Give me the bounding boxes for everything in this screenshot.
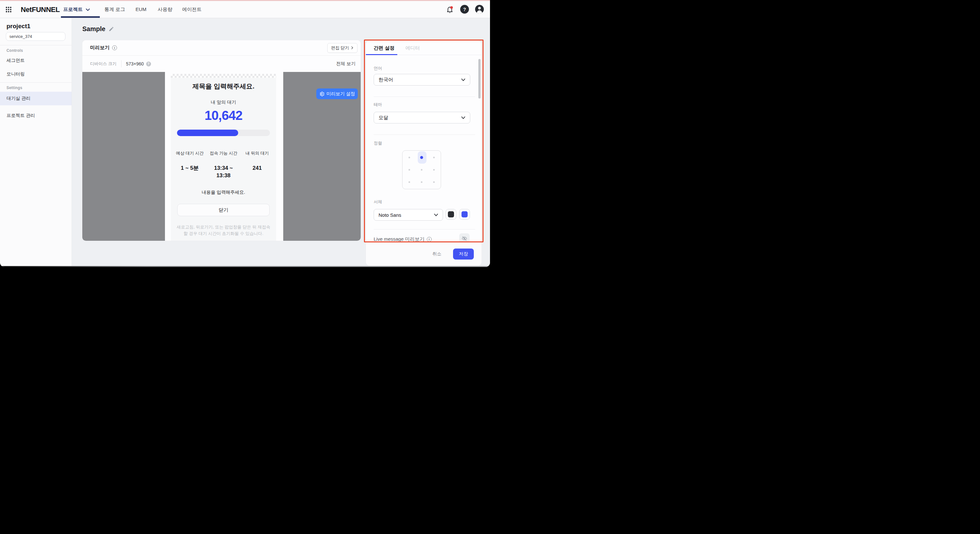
modal-close-button[interactable]: 닫기 [177,204,270,216]
top-navigation-bar: NetFUNNEL 프로젝트 통계 로그 EUM 사용량 에이전트 ? [0,1,490,18]
stat-estimated-wait: 예상 대기 시간 1 ~ 5분 [173,150,207,179]
theme-select[interactable]: 모달 [374,112,470,124]
chevron-down-icon [461,116,465,119]
sidebar: project1 service_374 Controls 세그먼트 모니터링 … [0,18,72,267]
font-label: 서체 [374,199,382,205]
queue-progress-bar [177,130,270,136]
align-dot-top-right[interactable] [433,157,434,159]
sidebar-item-segment[interactable]: 세그먼트 [0,54,72,67]
preview-title: 미리보기 [90,45,110,51]
device-backdrop-left [82,72,165,241]
align-dot-top-left[interactable] [409,157,410,159]
stat-queue-behind: 내 뒤의 대기 241 [240,150,274,179]
active-tab-underline [366,54,397,55]
live-message-label: Live message 미리보기 i [374,236,432,242]
nav-tab-projects[interactable]: 프로젝트 [63,6,90,13]
notification-dot [450,6,453,9]
alignment-picker[interactable] [402,150,441,189]
help-icon[interactable]: ? [460,5,469,14]
align-dot-top-center-selected[interactable] [420,156,423,159]
nav-tab-statistics-log[interactable]: 통계 로그 [104,6,125,13]
quick-settings-panel: 간편 설정 에디터 언어 한국어 테마 모달 정렬 [366,41,482,266]
panel-scrollbar[interactable] [478,59,480,99]
settings-tabs: 간편 설정 에디터 [366,41,482,55]
align-label: 정렬 [374,140,382,146]
tab-quick-settings[interactable]: 간편 설정 [374,45,395,51]
chevron-down-icon [434,213,438,216]
sidebar-section-settings: Settings [6,86,22,90]
align-dot-middle-left[interactable] [409,169,410,171]
gear-icon [319,91,325,97]
language-label: 언어 [374,65,382,71]
account-avatar-icon[interactable] [475,5,484,14]
preview-settings-button[interactable]: 미리보기 설정 [316,89,358,99]
waiting-room-modal: 제목을 입력해주세요. 내 앞의 대기 10,642 예상 대기 시간 1 ~ … [171,78,276,241]
info-icon[interactable]: i [112,45,117,50]
screen-top-strip [0,0,490,1]
font-select[interactable]: Noto Sans [374,209,443,221]
modal-body-text: 내용을 입력해주세요. [171,189,276,195]
device-size-label: 디바이스 크기 [90,61,117,67]
transparency-checker-strip [171,74,276,78]
modal-title: 제목을 입력해주세요. [171,82,276,91]
project-name: project1 [6,23,30,30]
section-divider [374,229,475,229]
window-bottom-edge [0,266,490,267]
queue-ahead-label: 내 앞의 대기 [171,100,276,105]
app-grid-icon[interactable] [6,7,11,12]
edit-pencil-icon[interactable] [108,26,114,32]
save-button[interactable]: 저장 [453,248,474,259]
align-dot-bottom-left[interactable] [409,181,410,183]
section-divider [374,97,475,97]
app-window: NetFUNNEL 프로젝트 통계 로그 EUM 사용량 에이전트 ? [0,0,490,267]
tab-editor[interactable]: 에디터 [406,45,420,51]
question-help-icon[interactable]: ? [146,62,151,67]
notification-bell-icon[interactable] [445,5,454,14]
chevron-down-icon [461,78,465,81]
preview-card: 미리보기 i 편집 닫기 디바이스 크기 573×960 ? 전체 보기 [82,40,361,241]
stat-access-time: 접속 가능 시간 13:34 ~ 13:38 [207,150,240,179]
active-tab-underline [61,16,100,18]
nav-tab-agent[interactable]: 에이전트 [182,6,202,13]
sidebar-item-waiting-room[interactable]: 대기실 관리 [0,92,72,105]
queue-ahead-count: 10,642 [171,108,276,123]
sidebar-divider [0,45,72,45]
preview-stage: 제목을 입력해주세요. 내 앞의 대기 10,642 예상 대기 시간 1 ~ … [82,72,361,241]
align-dot-middle-center[interactable] [421,169,423,171]
close-edit-button[interactable]: 편집 닫기 [327,43,358,53]
theme-label: 테마 [374,102,382,108]
queue-progress-fill [177,130,238,136]
device-size-row: 디바이스 크기 573×960 ? 전체 보기 [82,56,361,72]
preview-card-header: 미리보기 i 편집 닫기 [82,40,361,56]
panel-footer-actions: 취소 저장 [366,242,482,266]
cancel-button[interactable]: 취소 [432,251,441,257]
font-color-swatch-blue[interactable] [459,209,470,220]
sidebar-divider [0,82,72,83]
page-title: Sample [82,25,105,33]
info-icon[interactable]: i [427,237,432,242]
align-dot-middle-right[interactable] [433,169,434,171]
sidebar-section-controls: Controls [6,48,23,53]
sidebar-item-project-management[interactable]: 프로젝트 관리 [0,110,72,122]
device-size-value: 573×960 [126,61,144,67]
queue-stats-row: 예상 대기 시간 1 ~ 5분 접속 가능 시간 13:34 ~ 13:38 내… [171,150,276,179]
service-select-field[interactable]: service_374 [6,32,65,41]
main-content: Sample 미리보기 i 편집 닫기 디바이스 크기 573×960 ? 전체… [72,18,490,267]
netfunnel-logo[interactable]: NetFUNNEL [21,5,60,14]
align-dot-bottom-right[interactable] [433,181,434,183]
sidebar-item-monitoring[interactable]: 모니터링 [0,68,72,80]
nav-tab-eum[interactable]: EUM [135,6,146,12]
view-all-link[interactable]: 전체 보기 [336,61,355,67]
language-select[interactable]: 한국어 [374,74,470,86]
align-dot-bottom-center[interactable] [421,181,423,183]
modal-footer-notice: 새로고침, 뒤로가기, 또는 팝업창을 닫은 뒤 재접속할 경우 대기 시간이 … [175,224,272,237]
chevron-down-icon [86,8,90,11]
font-color-swatch-dark[interactable] [445,209,456,220]
nav-tab-usage[interactable]: 사용량 [158,6,172,13]
